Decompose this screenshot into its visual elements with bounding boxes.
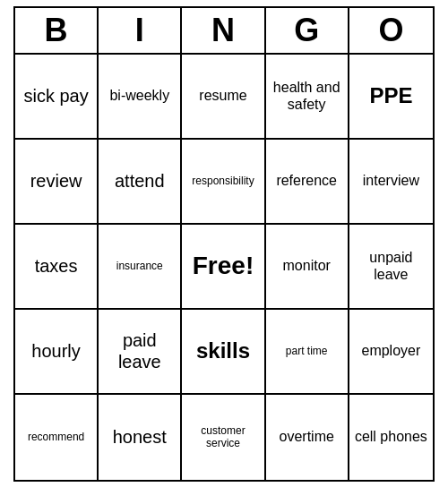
bingo-cell: part time [266,310,349,395]
bingo-cell: responsibility [182,140,265,225]
bingo-cell: recommend [15,395,99,480]
cell-text: unpaid leave [355,249,427,283]
bingo-cell: reference [266,140,349,225]
bingo-card: BINGO sick paybi-weeklyresumehealth and … [13,6,435,482]
header-letter: N [182,8,265,53]
bingo-cell: health and safety [266,55,349,140]
cell-text: skills [196,338,250,364]
cell-text: part time [286,345,328,357]
cell-text: attend [115,170,165,192]
cell-text: bi-weekly [109,87,169,104]
bingo-cell: cell phones [349,395,433,480]
bingo-cell: customer service [182,395,265,480]
cell-text: sick pay [23,85,88,107]
cell-text: employer [361,342,420,359]
bingo-cell: employer [349,310,433,395]
bingo-cell: honest [99,395,182,480]
bingo-cell: Free! [182,225,265,310]
cell-text: responsibility [192,175,254,187]
cell-text: Free! [193,251,254,281]
cell-text: honest [113,426,167,448]
bingo-cell: insurance [99,225,182,310]
bingo-cell: paid leave [99,310,182,395]
cell-text: health and safety [271,79,342,113]
header-letter: I [99,8,182,53]
cell-text: cell phones [355,428,427,445]
cell-text: taxes [35,255,78,277]
cell-text: recommend [28,431,84,443]
bingo-cell: interview [349,140,433,225]
cell-text: PPE [369,83,412,109]
bingo-cell: hourly [15,310,99,395]
cell-text: paid leave [104,329,175,372]
bingo-cell: PPE [349,55,433,140]
cell-text: monitor [283,257,331,274]
cell-text: review [30,170,82,192]
bingo-cell: unpaid leave [349,225,433,310]
bingo-cell: overtime [266,395,349,480]
cell-text: resume [199,87,246,104]
bingo-cell: resume [182,55,265,140]
bingo-cell: skills [182,310,265,395]
bingo-cell: sick pay [15,55,99,140]
bingo-grid: sick paybi-weeklyresumehealth and safety… [15,55,433,480]
cell-text: overtime [280,428,334,445]
bingo-cell: monitor [266,225,349,310]
bingo-cell: bi-weekly [99,55,182,140]
bingo-cell: taxes [15,225,99,310]
header-letter: G [266,8,349,53]
header-letter: B [15,8,99,53]
bingo-cell: attend [99,140,182,225]
bingo-cell: review [15,140,99,225]
header-letter: O [349,8,433,53]
cell-text: hourly [31,340,80,362]
cell-text: customer service [187,424,258,450]
cell-text: reference [276,172,337,189]
cell-text: interview [363,172,419,189]
bingo-header: BINGO [15,8,433,55]
cell-text: insurance [116,260,163,272]
